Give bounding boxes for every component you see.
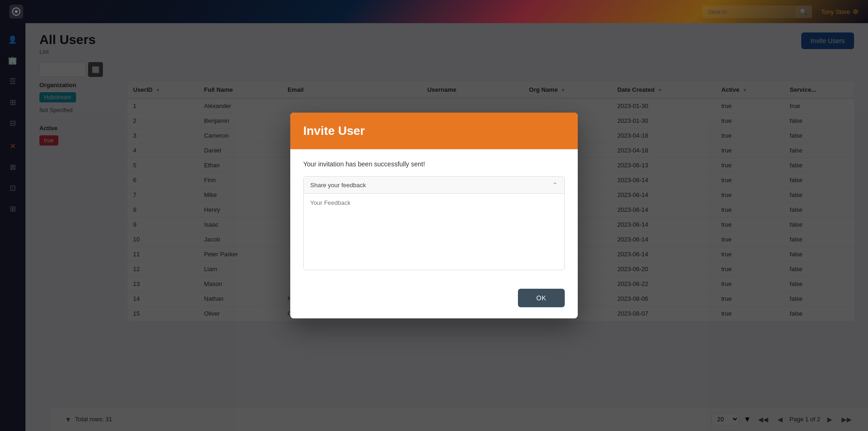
- feedback-section: Share your feedback ⌃: [303, 176, 565, 270]
- feedback-textarea[interactable]: [304, 194, 564, 268]
- feedback-header: Share your feedback ⌃: [304, 177, 564, 194]
- modal-overlay: Invite User Your invitation has been suc…: [0, 0, 868, 431]
- ok-button[interactable]: OK: [518, 289, 565, 307]
- collapse-icon: ⌃: [552, 181, 558, 189]
- feedback-label: Share your feedback: [310, 182, 366, 189]
- invite-user-modal: Invite User Your invitation has been suc…: [290, 113, 578, 318]
- modal-footer: OK: [290, 281, 578, 318]
- modal-title: Invite User: [303, 124, 565, 138]
- feedback-collapse-button[interactable]: ⌃: [552, 181, 558, 189]
- modal-header: Invite User: [290, 113, 578, 149]
- success-message: Your invitation has been successfully se…: [303, 160, 565, 168]
- modal-body: Your invitation has been successfully se…: [290, 149, 578, 281]
